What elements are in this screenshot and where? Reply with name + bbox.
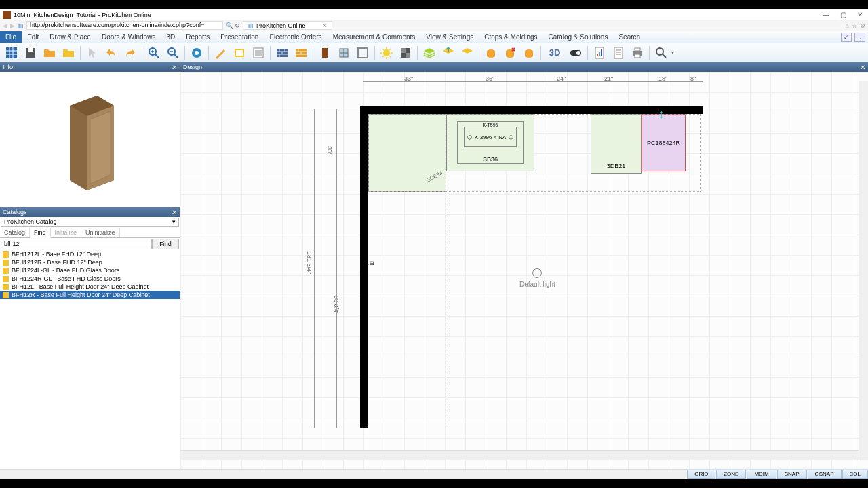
status-gsnap[interactable]: GSNAP bbox=[808, 470, 842, 479]
search-icon[interactable]: 🔍 bbox=[226, 22, 233, 29]
svg-point-6 bbox=[195, 51, 199, 55]
minimize-button[interactable]: — bbox=[820, 11, 832, 18]
default-light[interactable]: Default light bbox=[519, 268, 555, 288]
status-mdim[interactable]: MDIM bbox=[747, 470, 776, 479]
draw-button[interactable] bbox=[212, 45, 229, 61]
menu-catalog-solutions[interactable]: Catalog & Solutions bbox=[543, 31, 614, 43]
report-button[interactable] bbox=[591, 45, 608, 61]
menu-reports[interactable]: Reports bbox=[180, 31, 215, 43]
info-panel-header: Info ✕ bbox=[0, 62, 180, 72]
page-icon: ▥ bbox=[18, 22, 24, 29]
window-button[interactable] bbox=[335, 45, 353, 61]
settings-icon[interactable]: ⚙ bbox=[860, 22, 865, 29]
open-folder-button[interactable] bbox=[41, 45, 58, 61]
layer-down-button[interactable] bbox=[458, 45, 476, 61]
catalog-tab-initialize[interactable]: Initialize bbox=[51, 228, 82, 237]
zoom-in-button[interactable] bbox=[145, 45, 163, 61]
cabinet-3db21[interactable]: 3DB21 bbox=[591, 114, 642, 174]
grid-toggle-button[interactable] bbox=[3, 45, 20, 61]
layer-up-button[interactable] bbox=[439, 45, 457, 61]
redo-button[interactable] bbox=[121, 45, 139, 61]
dimension-button[interactable] bbox=[231, 45, 248, 61]
toggle-button[interactable] bbox=[567, 45, 585, 61]
forward-icon[interactable]: ▶ bbox=[10, 22, 15, 29]
menu-file[interactable]: File bbox=[0, 31, 22, 43]
cabinet-corner[interactable] bbox=[368, 114, 446, 192]
result-item[interactable]: BFH1224L-GL - Base FHD Glass Doors bbox=[0, 266, 180, 274]
browser-tab[interactable]: ▥ ProKitchen Online ✕ bbox=[243, 21, 332, 30]
result-item[interactable]: BFH12L - Base Full Height Door 24" Deep … bbox=[0, 283, 180, 291]
home-icon[interactable]: ⌂ bbox=[846, 22, 849, 29]
wall-pattern-button[interactable] bbox=[292, 45, 310, 61]
menu-edit[interactable]: Edit bbox=[22, 31, 44, 43]
cabinet-pc[interactable]: PC188424R bbox=[642, 114, 686, 171]
pointer-button[interactable] bbox=[83, 45, 101, 61]
refresh-icon[interactable]: ↻ bbox=[235, 22, 240, 29]
resize-arrow-icon[interactable]: ↕ bbox=[658, 107, 665, 121]
result-item[interactable]: BFH1212L - Base FHD 12" Deep bbox=[0, 250, 180, 258]
zoom-out-button[interactable] bbox=[164, 45, 182, 61]
tab-close-icon[interactable]: ✕ bbox=[322, 22, 328, 29]
menu-presentation[interactable]: Presentation bbox=[215, 31, 264, 43]
menu-electronic-orders[interactable]: Electronic Orders bbox=[264, 31, 327, 43]
catalog-search-input[interactable] bbox=[1, 239, 152, 249]
status-snap[interactable]: SNAP bbox=[777, 470, 807, 479]
print-button[interactable] bbox=[629, 45, 646, 61]
maximize-button[interactable]: ▢ bbox=[837, 11, 849, 18]
svg-rect-14 bbox=[358, 48, 368, 58]
menu-search[interactable]: Search bbox=[613, 31, 646, 43]
view-3d-button[interactable]: 3D bbox=[544, 45, 566, 61]
back-icon[interactable]: ◀ bbox=[3, 22, 7, 29]
layers-button[interactable] bbox=[420, 45, 438, 61]
design-panel-close[interactable]: ✕ bbox=[860, 64, 865, 71]
texture-button[interactable] bbox=[397, 45, 414, 61]
catalog-panel-title: Catalogs bbox=[3, 209, 27, 216]
menu-check-button[interactable]: ✓ bbox=[841, 33, 852, 42]
folder-button[interactable] bbox=[60, 45, 77, 61]
opening-button[interactable] bbox=[354, 45, 372, 61]
fav-icon[interactable]: ☆ bbox=[852, 22, 857, 29]
wall-horizontal[interactable] bbox=[360, 106, 703, 114]
scrollbar-vertical[interactable] bbox=[859, 81, 868, 460]
menu-dropdown-button[interactable]: ⌄ bbox=[854, 33, 865, 42]
search-tool-button[interactable] bbox=[652, 45, 670, 61]
undo-button[interactable] bbox=[102, 45, 120, 61]
report-list-button[interactable] bbox=[610, 45, 627, 61]
catalog-dropdown[interactable]: ProKitchen Catalog▾ bbox=[1, 218, 179, 227]
status-zone[interactable]: ZONE bbox=[716, 470, 746, 479]
box-edit-button[interactable] bbox=[520, 45, 538, 61]
result-item-selected[interactable]: BFH12R - Base Full Height Door 24" Deep … bbox=[0, 291, 180, 299]
catalog-tab-uninitialize[interactable]: Uninitialize bbox=[81, 228, 120, 237]
wall-button[interactable] bbox=[273, 45, 291, 61]
save-button[interactable] bbox=[22, 45, 39, 61]
menu-view-settings[interactable]: View & Settings bbox=[420, 31, 479, 43]
menu-ctops-moldings[interactable]: Ctops & Moldings bbox=[479, 31, 542, 43]
catalog-tab-find[interactable]: Find bbox=[30, 228, 51, 238]
box-remove-button[interactable] bbox=[501, 45, 519, 61]
result-item[interactable]: BFH1212R - Base FHD 12" Deep bbox=[0, 258, 180, 266]
design-canvas[interactable]: 33" 36" 24" 21" 18" 8" 33" 131 3/4" 98 3… bbox=[180, 72, 868, 469]
scrollbar-horizontal[interactable] bbox=[180, 450, 859, 460]
menu-draw-place[interactable]: Draw & Place bbox=[44, 31, 96, 43]
box-add-button[interactable] bbox=[482, 45, 500, 61]
settings-gear-button[interactable] bbox=[188, 45, 205, 61]
catalog-find-button[interactable]: Find bbox=[152, 239, 179, 249]
catalog-tab-catalog[interactable]: Catalog bbox=[0, 228, 30, 237]
catalog-panel-close[interactable]: ✕ bbox=[172, 209, 177, 216]
item-icon bbox=[3, 276, 9, 282]
close-button[interactable]: ✕ bbox=[854, 11, 865, 18]
menu-doors-windows[interactable]: Doors & Windows bbox=[96, 31, 161, 43]
list-button[interactable] bbox=[250, 45, 267, 61]
cabinet-sb36[interactable]: ⬡K-3996-4-NA⬡ K-T596 SB36 bbox=[446, 114, 534, 171]
status-col[interactable]: COL bbox=[842, 470, 868, 479]
menu-measurement-comments[interactable]: Measurement & Comments bbox=[328, 31, 421, 43]
light-button[interactable] bbox=[378, 45, 395, 61]
svg-rect-27 bbox=[635, 48, 640, 51]
door-button[interactable] bbox=[316, 45, 334, 61]
info-panel-close[interactable]: ✕ bbox=[172, 64, 177, 71]
menu-3d[interactable]: 3D bbox=[161, 31, 180, 43]
url-input[interactable]: http://prokitchensoftware.com/prokitchen… bbox=[26, 21, 223, 30]
svg-rect-8 bbox=[236, 50, 243, 56]
result-item[interactable]: BFH1224R-GL - Base FHD Glass Doors bbox=[0, 274, 180, 283]
status-grid[interactable]: GRID bbox=[687, 470, 715, 479]
